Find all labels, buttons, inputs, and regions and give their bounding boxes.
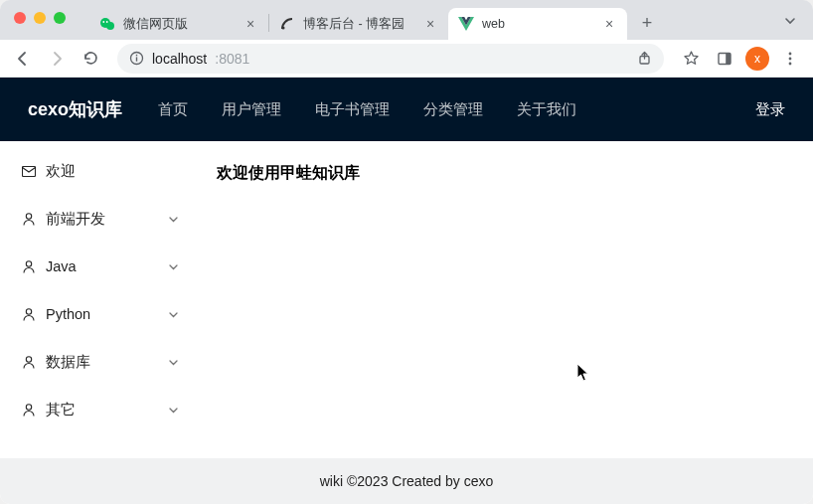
tab-title: web [482, 17, 593, 31]
url-host: localhost [152, 51, 207, 67]
window-maximize-button[interactable] [54, 12, 66, 24]
sidebar-item-label: 前端开发 [46, 210, 105, 229]
svg-point-18 [26, 356, 31, 361]
wechat-icon [99, 16, 115, 32]
chevron-down-icon [168, 261, 179, 272]
user-icon [22, 260, 36, 273]
sidebar-item-welcome[interactable]: 欢迎 [0, 147, 199, 195]
avatar-letter: x [754, 52, 760, 66]
svg-rect-7 [136, 55, 137, 57]
back-button[interactable] [10, 46, 36, 72]
nav-home[interactable]: 首页 [158, 100, 188, 119]
url-port: :8081 [215, 51, 249, 67]
bookmark-button[interactable] [678, 46, 704, 72]
close-icon[interactable]: × [422, 16, 438, 32]
svg-rect-6 [136, 57, 137, 61]
sidebar-item-java[interactable]: Java [0, 243, 199, 290]
chevron-down-icon [168, 405, 179, 416]
nav-category-mgmt[interactable]: 分类管理 [423, 100, 483, 119]
browser-title-bar: 微信网页版 × 博客后台 - 博客园 × web × + [0, 0, 813, 40]
side-panel-button[interactable] [712, 46, 737, 72]
sidebar-item-label: 其它 [46, 401, 76, 420]
sidebar-item-label: Python [46, 306, 90, 322]
window-close-button[interactable] [14, 12, 26, 24]
svg-point-13 [789, 62, 792, 65]
svg-rect-10 [726, 53, 731, 64]
user-icon [22, 308, 36, 321]
svg-point-4 [282, 27, 285, 30]
chevron-down-icon [168, 214, 179, 225]
app-footer: wiki ©2023 Created by cexo [0, 458, 813, 504]
window-minimize-button[interactable] [34, 12, 46, 24]
nav-ebook-mgmt[interactable]: 电子书管理 [315, 100, 390, 119]
tab-overflow-button[interactable] [783, 14, 797, 28]
browser-toolbar: localhost:8081 x [0, 40, 813, 78]
browser-tab-cnblogs[interactable]: 博客后台 - 博客园 × [269, 8, 448, 40]
tab-title: 博客后台 - 博客园 [303, 16, 414, 33]
vue-icon [458, 16, 474, 32]
user-icon [22, 404, 36, 417]
mail-icon [22, 166, 36, 177]
sidebar-item-python[interactable]: Python [0, 290, 199, 338]
user-icon [22, 213, 36, 226]
browser-menu-button[interactable] [777, 46, 803, 72]
tab-title: 微信网页版 [123, 16, 235, 33]
page-title: 欢迎使用甲蛙知识库 [217, 163, 795, 184]
sidebar-item-label: 数据库 [46, 353, 90, 372]
svg-point-16 [26, 260, 31, 265]
svg-point-1 [106, 22, 114, 30]
sidebar-item-label: 欢迎 [46, 162, 76, 181]
close-icon[interactable]: × [243, 16, 258, 32]
chevron-down-icon [168, 357, 179, 368]
chevron-down-icon [168, 309, 179, 320]
svg-point-17 [26, 308, 31, 313]
cnblogs-icon [279, 16, 295, 32]
nav-user-mgmt[interactable]: 用户管理 [222, 100, 281, 119]
sidebar-item-label: Java [46, 258, 77, 274]
main-content: 欢迎使用甲蛙知识库 [199, 141, 813, 458]
browser-tab-wechat[interactable]: 微信网页版 × [89, 8, 268, 40]
share-icon[interactable] [637, 51, 652, 66]
svg-point-3 [106, 21, 108, 23]
user-icon [22, 356, 36, 369]
close-icon[interactable]: × [601, 16, 617, 32]
svg-point-19 [26, 404, 31, 409]
sidebar-item-frontend[interactable]: 前端开发 [0, 195, 199, 243]
browser-tab-web[interactable]: web × [448, 8, 627, 40]
app-viewport: cexo知识库 首页 用户管理 电子书管理 分类管理 关于我们 登录 欢迎 前端… [0, 78, 813, 504]
app-nav: 首页 用户管理 电子书管理 分类管理 关于我们 [158, 100, 576, 119]
app-logo[interactable]: cexo知识库 [28, 97, 122, 121]
window-controls [14, 12, 66, 24]
address-bar[interactable]: localhost:8081 [117, 44, 664, 74]
svg-point-12 [789, 57, 792, 60]
browser-tabs: 微信网页版 × 博客后台 - 博客园 × web × + [89, 6, 661, 40]
footer-text: wiki ©2023 Created by cexo [320, 473, 494, 489]
sidebar: 欢迎 前端开发 Java Python [0, 141, 199, 458]
svg-point-15 [26, 213, 31, 218]
app-header: cexo知识库 首页 用户管理 电子书管理 分类管理 关于我们 登录 [0, 78, 813, 141]
app-body: 欢迎 前端开发 Java Python [0, 141, 813, 458]
reload-button[interactable] [78, 46, 103, 72]
sidebar-item-database[interactable]: 数据库 [0, 338, 199, 386]
profile-avatar[interactable]: x [745, 47, 769, 71]
new-tab-button[interactable]: + [633, 9, 661, 37]
login-link[interactable]: 登录 [755, 100, 785, 119]
nav-about[interactable]: 关于我们 [517, 100, 576, 119]
site-info-icon[interactable] [129, 51, 144, 66]
sidebar-item-other[interactable]: 其它 [0, 386, 199, 433]
svg-point-2 [102, 21, 104, 23]
forward-button[interactable] [44, 46, 70, 72]
svg-point-11 [789, 52, 792, 55]
